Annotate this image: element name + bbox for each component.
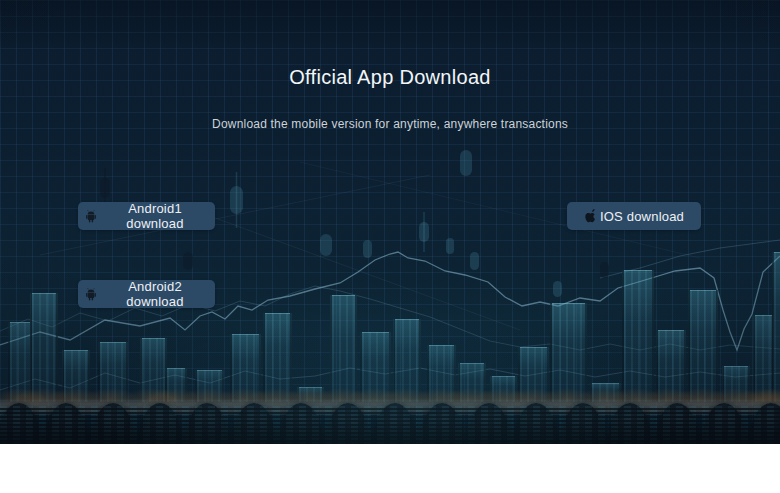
android-icon bbox=[84, 287, 98, 302]
button-label: IOS download bbox=[600, 209, 684, 224]
reflective-floor-strip bbox=[0, 386, 780, 444]
android2-download-button[interactable]: Android2 download bbox=[78, 280, 215, 308]
apple-icon bbox=[584, 209, 597, 224]
android-icon bbox=[84, 209, 98, 224]
button-label: Android2 download bbox=[101, 279, 209, 309]
button-label: Android1 download bbox=[101, 201, 209, 231]
page-title: Official App Download bbox=[0, 66, 780, 89]
bottom-fade bbox=[0, 422, 780, 444]
floor-band bbox=[0, 398, 780, 415]
page-subtitle: Download the mobile version for anytime,… bbox=[0, 117, 780, 131]
app-download-banner: Official App Download Download the mobil… bbox=[0, 0, 780, 444]
footer-whitespace bbox=[0, 444, 780, 493]
ios-download-button[interactable]: IOS download bbox=[567, 202, 701, 230]
android1-download-button[interactable]: Android1 download bbox=[78, 202, 215, 230]
ticker-dash-texture bbox=[0, 406, 780, 444]
